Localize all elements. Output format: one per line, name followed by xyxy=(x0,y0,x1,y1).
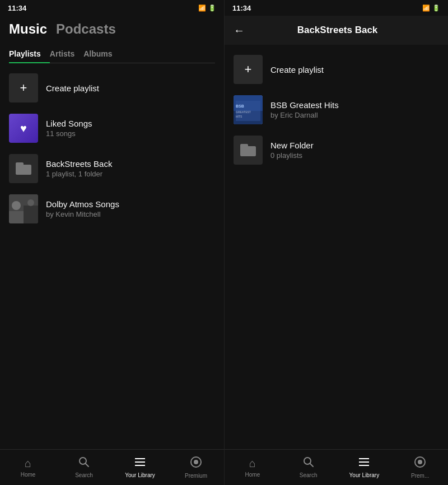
svg-point-4 xyxy=(27,199,34,206)
right-status-bar: 11:34 📶 🔋 xyxy=(225,0,448,16)
right-status-time: 11:34 xyxy=(232,4,251,12)
back-button[interactable]: ← xyxy=(234,24,245,37)
filter-tabs: Playlists Artists Albums xyxy=(9,45,215,63)
create-playlist-item[interactable]: + Create playlist xyxy=(0,68,224,108)
dolby-art-svg xyxy=(9,194,38,223)
liked-songs-text: Liked Songs 11 songs xyxy=(46,119,215,138)
left-nav-premium[interactable]: Premium xyxy=(168,456,224,479)
backstreets-item[interactable]: BackStreets Back 1 playlist, 1 folder xyxy=(0,148,224,189)
search-label: Search xyxy=(75,472,93,478)
right-panel: 11:34 📶 🔋 ← BackStreets Back + Create pl… xyxy=(224,0,448,485)
right-plus-icon: + xyxy=(245,62,252,77)
left-bottom-nav: ⌂ Home Search Your Library xyxy=(0,449,224,485)
dolby-text: Dolby Atmos Songs by Kevin Mitchell xyxy=(46,199,215,218)
bsb-thumb: BSB GREATEST HITS xyxy=(234,95,263,124)
left-nav-home[interactable]: ⌂ Home xyxy=(0,457,56,478)
right-library-icon xyxy=(358,456,370,470)
plus-icon: + xyxy=(20,81,27,95)
new-folder-text: New Folder 0 playlists xyxy=(270,141,439,160)
right-signal-icon: 📶 xyxy=(422,4,430,12)
right-header: ← BackStreets Back xyxy=(225,16,448,45)
right-nav-search[interactable]: Search xyxy=(281,456,337,478)
create-playlist-thumb: + xyxy=(9,73,38,102)
new-folder-sub: 0 playlists xyxy=(270,151,439,160)
right-status-icons: 📶 🔋 xyxy=(422,4,440,12)
left-status-icons: 📶 🔋 xyxy=(198,4,216,12)
right-nav-premium[interactable]: Prem... xyxy=(392,456,448,479)
svg-text:HITS: HITS xyxy=(236,115,242,118)
home-icon: ⌂ xyxy=(25,457,31,470)
dolby-sub: by Kevin Mitchell xyxy=(46,210,215,218)
new-folder-thumb xyxy=(234,136,263,165)
left-status-time: 11:34 xyxy=(8,4,26,12)
premium-icon xyxy=(190,456,202,471)
svg-rect-2 xyxy=(24,206,38,223)
section-toggle: Music Podcasts xyxy=(9,21,215,37)
library-label: Your Library xyxy=(125,472,155,478)
signal-icon: 📶 xyxy=(198,4,206,12)
premium-label: Premium xyxy=(185,473,207,479)
create-playlist-text: Create playlist xyxy=(46,83,215,93)
svg-line-6 xyxy=(86,464,88,467)
right-home-icon: ⌂ xyxy=(249,457,256,470)
right-nav-home[interactable]: ⌂ Home xyxy=(225,457,281,478)
liked-songs-thumb: ♥ xyxy=(9,114,38,143)
backstreets-title: BackStreets Back xyxy=(46,159,215,169)
dolby-title: Dolby Atmos Songs xyxy=(46,199,215,209)
home-label: Home xyxy=(21,472,36,478)
svg-point-3 xyxy=(12,201,21,210)
svg-point-11 xyxy=(194,460,198,464)
svg-rect-1 xyxy=(9,211,24,223)
dolby-thumb xyxy=(9,194,38,223)
svg-point-24 xyxy=(418,460,422,464)
left-nav-search[interactable]: Search xyxy=(56,456,112,478)
right-panel-title: BackStreets Back xyxy=(251,25,439,36)
right-search-icon xyxy=(303,456,314,470)
left-nav-library[interactable]: Your Library xyxy=(112,456,168,478)
tab-artists[interactable]: Artists xyxy=(50,45,83,63)
liked-songs-title: Liked Songs xyxy=(46,119,215,128)
podcasts-tab[interactable]: Podcasts xyxy=(56,21,116,37)
svg-point-18 xyxy=(304,458,311,464)
bsb-title: BSB Greatest Hits xyxy=(270,100,439,110)
liked-songs-item[interactable]: ♥ Liked Songs 11 songs xyxy=(0,108,224,148)
right-create-playlist-text: Create playlist xyxy=(270,65,439,74)
library-icon xyxy=(134,456,146,470)
bsb-text: BSB Greatest Hits by Eric Darnall xyxy=(270,100,439,119)
backstreets-sub: 1 playlist, 1 folder xyxy=(46,170,215,178)
right-home-label: Home xyxy=(245,472,260,478)
right-premium-label: Prem... xyxy=(411,473,429,479)
battery-icon: 🔋 xyxy=(208,4,216,12)
tab-playlists[interactable]: Playlists xyxy=(9,45,50,63)
create-playlist-title: Create playlist xyxy=(46,83,215,93)
folder-icon xyxy=(16,162,31,175)
svg-text:BSB: BSB xyxy=(236,104,244,108)
bsb-sub: by Eric Darnall xyxy=(270,111,439,119)
bsb-greatest-hits-item[interactable]: BSB GREATEST HITS BSB Greatest Hits by E… xyxy=(225,90,448,130)
new-folder-icon xyxy=(240,144,256,156)
right-bottom-nav: ⌂ Home Search Your Library xyxy=(225,449,448,485)
heart-icon: ♥ xyxy=(20,122,27,135)
music-tab[interactable]: Music xyxy=(9,21,47,37)
right-list: + Create playlist BSB GREATEST HITS BSB … xyxy=(225,45,448,449)
left-status-bar: 11:34 📶 🔋 xyxy=(0,0,224,16)
new-folder-item[interactable]: New Folder 0 playlists xyxy=(225,130,448,170)
svg-point-5 xyxy=(80,458,86,464)
right-premium-icon xyxy=(414,456,426,471)
right-battery-icon: 🔋 xyxy=(432,4,440,12)
right-create-playlist-item[interactable]: + Create playlist xyxy=(225,49,448,90)
right-create-playlist-title: Create playlist xyxy=(270,65,439,74)
liked-songs-sub: 11 songs xyxy=(46,129,215,138)
right-library-label: Your Library xyxy=(349,472,380,478)
left-panel: 11:34 📶 🔋 Music Podcasts Playlists Artis… xyxy=(0,0,224,485)
new-folder-title: New Folder xyxy=(270,141,439,150)
svg-text:GREATEST: GREATEST xyxy=(236,110,251,114)
right-search-label: Search xyxy=(300,472,318,478)
backstreets-thumb xyxy=(9,154,38,183)
backstreets-text: BackStreets Back 1 playlist, 1 folder xyxy=(46,159,215,178)
tab-albums[interactable]: Albums xyxy=(83,45,121,63)
left-header: Music Podcasts Playlists Artists Albums xyxy=(0,16,224,63)
search-icon xyxy=(78,456,90,470)
dolby-item[interactable]: Dolby Atmos Songs by Kevin Mitchell xyxy=(0,189,224,229)
right-nav-library[interactable]: Your Library xyxy=(337,456,393,478)
